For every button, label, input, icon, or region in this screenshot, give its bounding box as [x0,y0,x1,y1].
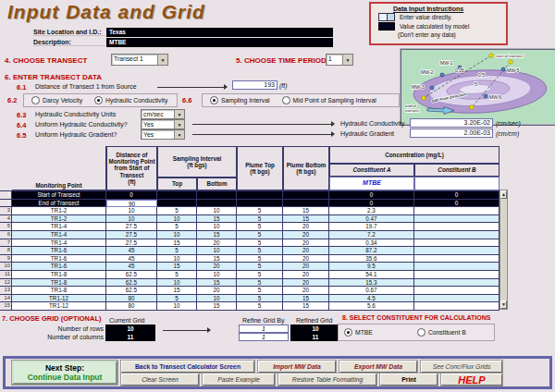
radio-sampling-interval[interactable] [210,96,218,104]
cell-monitoring-point[interactable]: TR1-4 [12,231,106,239]
cell-concentration-b[interactable] [414,223,500,231]
cell-concentration-b[interactable] [414,207,500,215]
cell-concentration-b[interactable] [414,295,500,303]
cell-sampling-bottom[interactable]: 10 [197,207,237,215]
cell-plume-bottom[interactable]: 15 [283,295,329,303]
uniform-hk-dropdown[interactable]: Yes ▼ [141,119,185,129]
refine-cols-input[interactable]: 1 [239,333,289,341]
cell-plume-bottom[interactable]: 20 [283,271,329,279]
cell-concentration-a[interactable]: 5.6 [329,302,414,311]
cell-distance[interactable]: 10 [106,215,157,224]
cell-distance[interactable]: 27.5 [106,231,157,239]
cell-monitoring-point[interactable]: TR1-4 [12,239,106,248]
cell-concentration-b[interactable] [414,247,500,255]
cell-concentration-a[interactable]: 35.6 [329,255,414,263]
hk-units-dropdown[interactable]: cm/sec ▼ [141,109,185,119]
cell-sampling-bottom[interactable]: 10 [197,247,237,255]
cell-monitoring-point[interactable]: TR1-2 [12,207,106,215]
cell-plume-top[interactable]: 5 [237,287,283,295]
cell-sampling-bottom[interactable]: 20 [197,287,237,295]
cell-sampling-top[interactable]: 10 [157,215,197,224]
chevron-down-icon[interactable]: ▼ [174,130,184,139]
cell-plume-bottom[interactable]: 20 [283,223,329,231]
cell-plume-top[interactable]: 5 [237,247,283,255]
cell-distance[interactable]: 45 [106,247,157,255]
cell-monitoring-point[interactable]: TR1-2 [12,215,106,224]
help-button[interactable]: HELP [441,374,502,386]
cell-distance[interactable]: 90 [106,200,157,208]
cell-concentration-b[interactable] [414,287,500,295]
cell-distance[interactable]: 80 [106,302,157,311]
cell-sampling-top[interactable]: 5 [157,223,197,231]
chevron-down-icon[interactable]: ▼ [157,55,167,65]
cell-distance[interactable]: 45 [106,255,157,263]
radio-constituent-b[interactable] [417,328,426,337]
cell-concentration-b[interactable] [414,255,500,263]
cell-concentration-b[interactable] [414,302,500,311]
cell-monitoring-point[interactable]: TR1-8 [12,279,106,288]
cell-distance[interactable]: 80 [106,295,157,303]
chevron-down-icon[interactable]: ▼ [174,110,184,118]
cell-plume-top[interactable]: 5 [237,255,283,263]
see-conc-flux-grids-button[interactable]: See Conc/Flux Grids [421,361,502,373]
cell-plume-top[interactable]: 5 [237,231,283,239]
cell-distance[interactable]: 45 [106,263,157,271]
cell-sampling-top[interactable]: 10 [157,255,197,263]
print-button[interactable]: Print [380,374,438,386]
cell-plume-top[interactable]: 5 [237,215,283,224]
cell-concentration-b[interactable] [414,271,500,279]
back-to-transect-calculator-button[interactable]: Back to Transect Calculator Screen [121,361,254,373]
cell-plume-bottom[interactable]: 20 [283,247,329,255]
cell-monitoring-point[interactable]: TR1-6 [12,247,106,255]
cell-concentration-b[interactable] [414,279,500,288]
cell-sampling-bottom[interactable]: 10 [197,295,237,303]
scroll-down-button[interactable]: ▼ [500,300,507,309]
clear-screen-button[interactable]: Clear Screen [121,374,199,386]
cell-sampling-top[interactable]: 15 [157,239,197,248]
cell-concentration-a[interactable]: 87.2 [329,247,414,255]
cell-plume-top[interactable]: 5 [237,271,283,279]
cell-plume-bottom[interactable]: 20 [283,239,329,248]
cell-plume-bottom[interactable]: 20 [283,279,329,288]
radio-mtbe[interactable] [344,328,352,337]
cell-sampling-top[interactable]: 15 [157,263,197,271]
cell-sampling-bottom[interactable]: 15 [197,215,237,224]
cell-sampling-bottom[interactable]: 10 [197,223,237,231]
cell-distance[interactable]: 62.5 [106,271,157,279]
cell-sampling-bottom[interactable]: 15 [197,279,237,288]
cell-sampling-top[interactable]: 5 [157,207,197,215]
radio-hydraulic-conductivity[interactable] [94,96,103,104]
cell-sampling-bottom[interactable]: 15 [197,302,237,311]
cell-monitoring-point[interactable]: TR1-6 [12,255,106,263]
cell-concentration-b[interactable] [414,215,500,224]
cell-sampling-bottom[interactable]: 15 [197,231,237,239]
cell-sampling-top[interactable]: 15 [157,287,197,295]
cell-distance[interactable]: 27.5 [106,239,157,248]
cell-plume-top[interactable]: 5 [237,207,283,215]
cell-concentration-b[interactable] [414,263,500,271]
cell-sampling-top[interactable]: 10 [157,302,197,311]
refine-rows-input[interactable]: 1 [239,325,289,333]
cell-monitoring-point[interactable]: TR1-8 [12,271,106,279]
paste-example-button[interactable]: Paste Example [203,374,275,386]
cell-monitoring-point[interactable]: TR1-6 [12,263,106,271]
cell-monitoring-point[interactable]: TR1-4 [12,223,106,231]
cell-concentration-a[interactable]: 15.3 [329,279,414,288]
cell-plume-bottom[interactable]: 15 [283,207,329,215]
cell-concentration-a[interactable]: 7.2 [329,231,414,239]
cell-plume-top[interactable]: 5 [237,295,283,303]
cell-sampling-top[interactable]: 5 [157,247,197,255]
export-mw-data-button[interactable]: Export MW Data [339,361,417,373]
restore-table-formatting-button[interactable]: Restore Table Formatting [278,374,376,386]
description-field[interactable]: MTBE [106,38,333,47]
cell-sampling-top[interactable]: 5 [157,295,197,303]
cell-monitoring-point[interactable]: TR1-12 [12,295,106,303]
continue-data-input-button[interactable]: Next Step: Continue Data Input [12,361,117,385]
cell-plume-bottom[interactable]: 15 [283,302,329,311]
cell-sampling-bottom[interactable]: 20 [197,263,237,271]
cell-plume-bottom[interactable]: 20 [283,231,329,239]
cell-sampling-bottom[interactable]: 15 [197,255,237,263]
cell-sampling-bottom[interactable]: 20 [197,239,237,248]
cell-sampling-top[interactable]: 10 [157,231,197,239]
constituent-a-name-field[interactable]: MTBE [329,177,414,190]
